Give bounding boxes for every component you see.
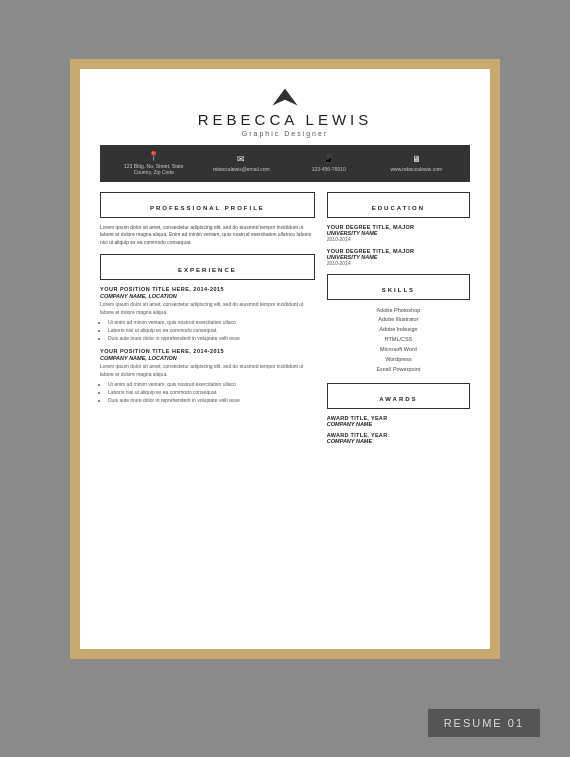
exp-title-1: YOUR POSITION TITLE HERE, 2014-2015 [100, 286, 315, 292]
person-name: REBECCA LEWIS [100, 111, 470, 128]
location-icon: 📍 [148, 151, 159, 161]
contact-email: ✉ rebeccalewis@email.com [198, 154, 286, 173]
profile-text: Lorem ipsum dolor sit amet, consectetur … [100, 224, 315, 247]
skills-section-header: SKILLS [327, 274, 470, 300]
exp-title-2: YOUR POSITION TITLE HERE, 2014-2015 [100, 348, 315, 354]
experience-section-header: EXPERIENCE [100, 254, 315, 280]
award-entry-1: AWARD TITLE, YEAR COMPANY NAME [327, 415, 470, 427]
resume-paper: REBECCA LEWIS Graphic Designer 📍 123 Bld… [80, 69, 490, 649]
exp-desc-2: Lorem ipsum dolor sit amet, consectetur … [100, 363, 315, 378]
award-entry-2: AWARD TITLE, YEAR COMPANY NAME [327, 432, 470, 444]
page-background: REBECCA LEWIS Graphic Designer 📍 123 Bld… [70, 79, 500, 679]
right-column: EDUCATION YOUR DEGREE TITLE, MAJOR UNIVE… [327, 192, 470, 449]
logo-icon [271, 87, 299, 107]
exp-company-2: COMPANY NAME, LOCATION [100, 355, 315, 361]
resume-header: REBECCA LEWIS Graphic Designer [100, 87, 470, 137]
main-content: PROFESSIONAL PROFILE Lorem ipsum dolor s… [100, 192, 470, 449]
bullet-item: Duis aute inure dolor in reprehenderit i… [108, 334, 315, 342]
phone-text: 123-456-76910 [312, 166, 346, 173]
website-text: www.rebeccalewis.com [390, 166, 442, 173]
contact-website: 🖥 www.rebeccalewis.com [373, 154, 461, 173]
profile-section-header: PROFESSIONAL PROFILE [100, 192, 315, 218]
contact-phone: 📱 123-456-76910 [285, 154, 373, 173]
contact-bar: 📍 123 Bldg. No. Street, StateCountry, Zi… [100, 145, 470, 182]
edu-entry-2: YOUR DEGREE TITLE, MAJOR UNIVERSITY NAME… [327, 248, 470, 266]
bullet-item: Duis aute inure dolor in reprehenderit i… [108, 396, 315, 404]
skill-item: HTML/CSS [327, 335, 470, 345]
skills-list: Adobe Photoshop Adobe Illustrator Adobe … [327, 306, 470, 375]
skill-item: Adobe Indesign [327, 325, 470, 335]
bullet-item: Ut enim ad minim veniam, quis nostrud ex… [108, 318, 315, 326]
resume-frame: REBECCA LEWIS Graphic Designer 📍 123 Bld… [70, 59, 500, 659]
awards-section-header: AWARDS [327, 383, 470, 409]
skill-item: Adobe Photoshop [327, 306, 470, 316]
bottom-label: RESUME 01 [428, 709, 540, 737]
education-section-header: EDUCATION [327, 192, 470, 218]
bullet-item: Laboris nisi ut aliquip ex ea commodo co… [108, 388, 315, 396]
exp-bullets-1: Ut enim ad minim veniam, quis nostrud ex… [100, 318, 315, 342]
skill-item: Wordpress [327, 355, 470, 365]
web-icon: 🖥 [412, 154, 421, 164]
person-title: Graphic Designer [100, 130, 470, 137]
left-column: PROFESSIONAL PROFILE Lorem ipsum dolor s… [100, 192, 315, 449]
email-icon: ✉ [237, 154, 245, 164]
bullet-item: Laboris nisi ut aliquip ex ea commodo co… [108, 326, 315, 334]
phone-icon: 📱 [323, 154, 334, 164]
exp-desc-1: Lorem ipsum dolor sit amet, consectetur … [100, 301, 315, 316]
exp-company-1: COMPANY NAME, LOCATION [100, 293, 315, 299]
edu-year-2: 2010-2014 [327, 260, 470, 266]
edu-entry-1: YOUR DEGREE TITLE, MAJOR UNIVERSITY NAME… [327, 224, 470, 242]
experience-entry-1: YOUR POSITION TITLE HERE, 2014-2015 COMP… [100, 286, 315, 342]
experience-entry-2: YOUR POSITION TITLE HERE, 2014-2015 COMP… [100, 348, 315, 404]
award-company-1: COMPANY NAME [327, 421, 470, 427]
skill-item: Adobe Illustrator [327, 315, 470, 325]
skill-item: Excel/ Powerpoint [327, 365, 470, 375]
address-text: 123 Bldg. No. Street, StateCountry, Zip … [124, 163, 183, 176]
email-text: rebeccalewis@email.com [213, 166, 270, 173]
svg-marker-0 [272, 88, 297, 105]
exp-bullets-2: Ut enim ad minim veniam, quis nostrud ex… [100, 380, 315, 404]
edu-year-1: 2010-2014 [327, 236, 470, 242]
bullet-item: Ut enim ad minim veniam, quis nostrud ex… [108, 380, 315, 388]
contact-address: 📍 123 Bldg. No. Street, StateCountry, Zi… [110, 151, 198, 176]
skill-item: Microsoft Word [327, 345, 470, 355]
award-company-2: COMPANY NAME [327, 438, 470, 444]
